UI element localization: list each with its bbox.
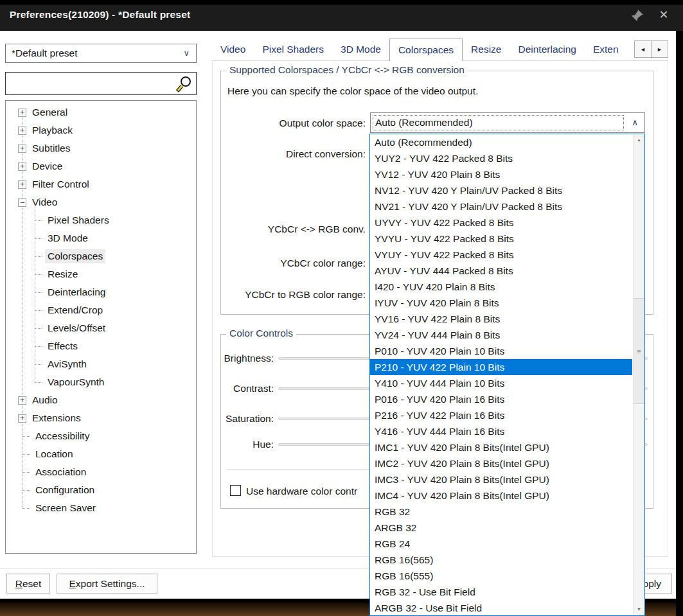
tree-item[interactable]: Resize	[6, 265, 196, 283]
dropdown-option[interactable]: IMC1 - YUV 420 Plain 8 Bits(Intel GPU)	[370, 439, 632, 455]
tree-item-label: Effects	[45, 339, 80, 353]
tree-item-label: Configuration	[33, 483, 97, 497]
dropdown-option[interactable]: AYUV - YUV 444 Packed 8 Bits	[370, 263, 632, 279]
dropdown-option[interactable]: YVYU - YUV 422 Packed 8 Bits	[370, 231, 632, 247]
dropdown-option[interactable]: YV12 - YUV 420 Plain 8 Bits	[370, 166, 632, 182]
search-icon[interactable]	[175, 75, 193, 93]
tree-expander-icon[interactable]	[18, 414, 26, 423]
tree-item[interactable]: Screen Saver	[6, 499, 196, 517]
tab[interactable]: Resize	[463, 39, 510, 60]
tree-item[interactable]: Filter Control	[6, 175, 196, 193]
hardware-color-checkbox[interactable]	[230, 485, 241, 496]
tree-item-label: Levels/Offset	[45, 321, 108, 335]
scrollbar-thumb[interactable]: ≡	[634, 298, 644, 404]
tree-item[interactable]: Subtitles	[6, 139, 196, 157]
tree-expander-icon[interactable]	[18, 396, 26, 405]
hardware-color-checkbox-label: Use hardware color contr	[246, 484, 357, 498]
dropdown-option[interactable]: I420 - YUV 420 Plain 8 Bits	[370, 279, 632, 295]
tree-item[interactable]: Effects	[6, 337, 196, 355]
dropdown-option[interactable]: IMC4 - YUV 420 Plain 8 Bits(Intel GPU)	[370, 488, 632, 504]
tree-item[interactable]: Accessibility	[6, 427, 196, 445]
arrow-right-icon: ►	[657, 46, 662, 53]
tree-expander-icon[interactable]	[18, 145, 26, 153]
dropdown-option[interactable]: RGB 16(565)	[370, 552, 632, 568]
output-color-space-combobox[interactable]: Auto (Recommended) ∧	[370, 112, 645, 133]
dropdown-option[interactable]: YV24 - YUV 444 Plain 8 Bits	[370, 327, 632, 343]
tab-scroll-left-button[interactable]: ◄	[634, 40, 652, 58]
tree-item-label: 3D Mode	[45, 231, 91, 245]
dropdown-option[interactable]: IMC3 - YUV 420 Plain 8 Bits(Intel GPU)	[370, 471, 632, 488]
dropdown-option[interactable]: VYUY - YUV 422 Packed 8 Bits	[370, 247, 632, 263]
dropdown-option[interactable]: YUY2 - YUV 422 Packed 8 Bits	[370, 150, 632, 166]
tab-scroll-right-button[interactable]: ►	[651, 40, 668, 58]
tree-item[interactable]: Audio	[6, 391, 196, 409]
search-input[interactable]	[8, 74, 174, 93]
dropdown-option[interactable]: Y410 - YUV 444 Plain 10 Bits	[370, 375, 632, 391]
dropdown-option[interactable]: P216 - YUV 422 Plain 16 Bits	[370, 407, 632, 423]
tree-item[interactable]: Location	[6, 445, 196, 463]
preset-select[interactable]: *Default preset ∨	[5, 44, 197, 63]
tree-item[interactable]: 3D Mode	[6, 229, 196, 247]
close-button[interactable]: ✕	[655, 6, 672, 23]
dropdown-option[interactable]: Auto (Recommended)	[370, 134, 632, 150]
tab[interactable]: Exten	[585, 39, 627, 60]
dropdown-scrollbar[interactable]: ▲ ≡ ▼	[633, 134, 644, 615]
dropdown-option[interactable]: ARGB 32 - Use Bit Field	[370, 600, 632, 616]
dropdown-option[interactable]: RGB 16(555)	[370, 568, 632, 584]
dropdown-option[interactable]: YV16 - YUV 422 Plain 8 Bits	[370, 311, 632, 327]
export-settings-button[interactable]: Export Settings...	[57, 574, 157, 594]
tree-connector	[35, 256, 42, 257]
dropdown-option[interactable]: IMC2 - YUV 420 Plain 8 Bits(Intel GPU)	[370, 455, 632, 471]
reset-button[interactable]: Reset	[6, 574, 50, 594]
dropdown-option[interactable]: NV12 - YUV 420 Y Plain/UV Packed 8 Bits	[370, 182, 632, 198]
tree-item[interactable]: Pixel Shaders	[6, 211, 196, 229]
tab[interactable]: Pixel Shaders	[254, 39, 332, 60]
dropdown-option[interactable]: ARGB 32	[370, 520, 632, 536]
dropdown-option[interactable]: P010 - YUV 420 Plain 10 Bits	[370, 343, 632, 359]
tree-expander-icon[interactable]	[18, 163, 26, 171]
dropdown-option[interactable]: UYVY - YUV 422 Packed 8 Bits	[370, 215, 632, 231]
search-box	[5, 72, 197, 95]
tree-item[interactable]: Association	[6, 463, 196, 481]
tree-item[interactable]: VapourSynth	[6, 373, 196, 391]
scroll-up-button[interactable]: ▲	[634, 134, 644, 145]
slider-label: Contrast:	[221, 382, 274, 396]
tree-item[interactable]: Video	[6, 193, 196, 211]
dropdown-option[interactable]: Y416 - YUV 444 Plain 16 Bits	[370, 423, 632, 439]
dropdown-option[interactable]: RGB 32 - Use Bit Field	[370, 584, 632, 600]
tree-item-label: General	[30, 105, 70, 119]
dropdown-option[interactable]: RGB 24	[370, 536, 632, 552]
tab[interactable]: Video	[212, 39, 254, 60]
tree-item[interactable]: AviSynth	[6, 355, 196, 373]
dropdown-option[interactable]: P016 - YUV 420 Plain 16 Bits	[370, 391, 632, 407]
tree-expander-icon[interactable]	[18, 198, 26, 207]
tree-expander-icon[interactable]	[18, 127, 26, 135]
tree-item-label: Extensions	[30, 411, 84, 425]
dropdown-option[interactable]: RGB 32	[370, 504, 632, 520]
dropdown-option[interactable]: NV21 - YUV 420 Y Plain/UV Packed 8 Bits	[370, 198, 632, 215]
scrollbar-grip-icon: ≡	[637, 348, 641, 355]
tab[interactable]: Colorspaces	[389, 39, 463, 61]
dropdown-option[interactable]: P210 - YUV 422 Plain 10 Bits	[370, 359, 632, 375]
tree-item-label: Screen Saver	[33, 501, 98, 515]
tree-expander-icon[interactable]	[18, 180, 26, 189]
tree-item[interactable]: General	[6, 103, 196, 121]
tree-expander-icon[interactable]	[18, 109, 26, 117]
tree-item[interactable]: Colorspaces	[6, 247, 196, 265]
scroll-down-button[interactable]: ▼	[634, 604, 644, 615]
dropdown-option[interactable]: IYUV - YUV 420 Plain 8 Bits	[370, 295, 632, 311]
tree-item[interactable]: Configuration	[6, 481, 196, 499]
tree-connector	[35, 310, 42, 311]
pin-button[interactable]	[630, 8, 645, 23]
tree-item[interactable]: Extensions	[6, 409, 196, 427]
tree-item[interactable]: Extend/Crop	[6, 301, 196, 319]
tree-connector	[35, 274, 42, 275]
tab[interactable]: Deinterlacing	[510, 39, 584, 60]
tree-item[interactable]: Deinterlacing	[6, 283, 196, 301]
description-text: Here you can specify the color space of …	[227, 85, 478, 97]
tab[interactable]: 3D Mode	[332, 39, 389, 60]
tree-item[interactable]: Device	[6, 157, 196, 175]
tree-item-label: Subtitles	[30, 141, 73, 155]
tree-item[interactable]: Levels/Offset	[6, 319, 196, 337]
tree-item[interactable]: Playback	[6, 121, 196, 139]
